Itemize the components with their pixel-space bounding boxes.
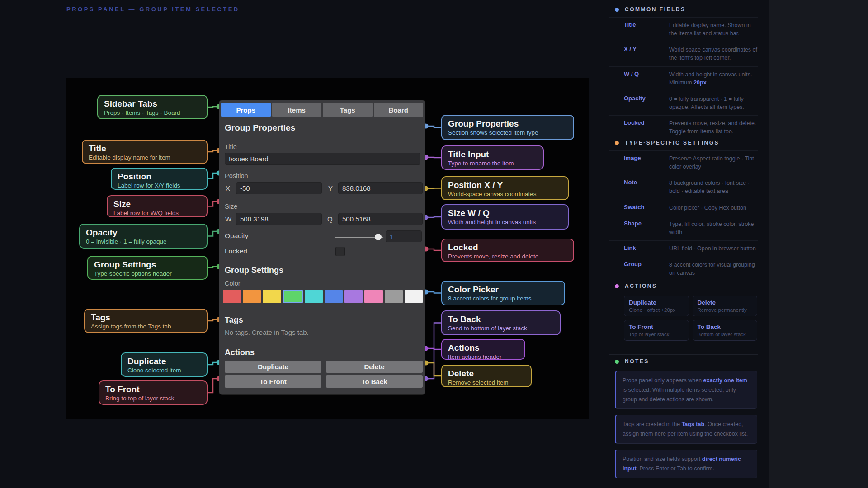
w-axis-label: W [225,215,231,223]
card-title: Duplicate [629,299,684,306]
callout-subtitle: Width and height in canvas units [448,218,562,226]
to-back-button[interactable]: To Back [326,375,423,388]
y-input[interactable] [338,182,423,194]
callout-opacity: Opacity0 = invisible · 1 = fully opaque [79,224,208,249]
to-front-button[interactable]: To Front [225,375,321,388]
callout-group-properties: Group PropertiesSection shows selected i… [441,115,574,140]
field-row-opacity: Opacity0 = fully transparent · 1 = fully… [609,91,758,115]
callout-sidebar-tabs: Sidebar TabsProps · Items · Tags · Board [97,95,208,119]
note-box: Props panel only appears when exactly on… [615,371,757,409]
callout-title: To Front [105,384,201,394]
color-swatch-3[interactable] [283,290,303,303]
position-label: Position [225,172,248,179]
callout-subtitle: Type to rename the item [448,160,537,167]
field-desc: Prevents move, resize, and delete. Toggl… [669,119,760,136]
callout-title: Group Properties [448,118,567,129]
callout-title: Tags [91,312,201,323]
callout-subtitle: 0 = invisible · 1 = fully opaque [86,238,201,245]
tab-board[interactable]: Board [374,103,424,117]
color-swatch-8[interactable] [385,290,403,303]
color-swatch-2[interactable] [263,290,281,303]
callout-title: Position [118,171,201,182]
callout-position-xy: Position X / YWorld-space canvas coordin… [441,176,569,200]
actions-title: Actions [225,348,255,357]
action-card-delete: DeleteRemove permanently [693,296,758,316]
callout-subtitle: Label row for X/Y fields [118,182,201,189]
field-term: Swatch [624,204,656,212]
q-input[interactable] [338,213,423,225]
field-term: Link [624,244,656,253]
tags-title: Tags [225,315,243,325]
field-desc: Preserve Aspect ratio toggle · Tint colo… [669,155,760,171]
color-swatch-1[interactable] [243,290,261,303]
callout-title: Sidebar Tabs [104,99,201,109]
card-subtitle: Remove permanently [698,307,753,313]
callout-subtitle: Send to bottom of layer stack [448,324,554,332]
field-row-group: Group8 accent colors for visual grouping… [609,257,758,281]
field-row-link: LinkURL field · Open in browser button [609,240,758,257]
field-row-swatch: SwatchColor picker · Copy Hex button [609,200,758,216]
callout-color-picker: Color Picker8 accent colors for group it… [441,281,565,305]
callout-subtitle: Assign tags from the Tags tab [91,323,201,330]
section-dot-icon [615,360,619,364]
field-row-note: Note8 background colors · font size · bo… [609,175,758,199]
callout-subtitle: Remove selected item [448,379,525,386]
action-buttons: DuplicateDeleteTo FrontTo Back [225,361,423,388]
field-desc: Type, fill color, stroke color, stroke w… [669,220,760,236]
section-dot-icon [615,141,619,145]
delete-button[interactable]: Delete [326,361,423,373]
opacity-slider-knob[interactable] [375,234,382,240]
title-field-label: Title [225,143,237,150]
sidebar-section-actions: ACTIONSDuplicateClone · offset +20pxDele… [609,279,758,341]
section-title: ACTIONS [625,283,657,289]
callout-title: Title [89,143,201,154]
sidebar-section-common-fields: COMMON FIELDSTitleEditable display name.… [609,3,758,140]
color-swatch-0[interactable] [223,290,241,303]
callout-title: Title Input [448,149,537,160]
action-card-to-front: To FrontTop of layer stack [624,320,689,341]
callout-title: To Back [448,314,554,324]
color-label: Color [225,280,241,287]
y-axis-label: Y [328,184,333,192]
duplicate-button[interactable]: Duplicate [225,361,321,373]
props-panel: PropsItemsTagsBoard Group Properties Tit… [219,100,425,394]
section-title: NOTES [625,358,649,365]
callout-size: SizeLabel row for W/Q fields [107,195,208,217]
x-axis-label: X [226,184,230,192]
callout-title: Opacity [86,227,201,238]
field-term: Shape [624,220,656,236]
section-header: COMMON FIELDS [609,3,758,17]
callout-group-settings: Group SettingsType-specific options head… [87,256,208,280]
callout-to-back: To BackSend to bottom of layer stack [441,310,561,335]
color-swatch-9[interactable] [405,290,423,303]
w-input[interactable] [236,213,322,225]
section-dot-icon [615,284,619,288]
callout-subtitle: Label row for W/Q fields [113,209,201,217]
field-desc: Editable display name. Shown in the Item… [669,21,760,38]
field-desc: Color picker · Copy Hex button [669,204,760,212]
panel-tabs: PropsItemsTagsBoard [221,103,423,117]
x-input[interactable] [236,182,322,194]
color-swatch-4[interactable] [305,290,323,303]
tab-items[interactable]: Items [272,103,322,117]
field-desc: 8 background colors · font size · bold ·… [669,179,760,195]
color-swatch-5[interactable] [325,290,343,303]
field-desc: Width and height in canvas units. Minimu… [669,70,760,87]
callout-title: TitleEditable display name for item [82,140,208,164]
callout-title: Color Picker [448,284,558,295]
title-input[interactable] [225,153,420,165]
card-title: To Front [629,324,684,330]
color-swatch-row [223,290,423,303]
tab-props[interactable]: Props [221,103,271,117]
callout-to-front: To FrontBring to top of layer stack [99,380,208,405]
field-term: Note [624,179,656,195]
color-swatch-6[interactable] [344,290,363,303]
callout-title: Duplicate [127,356,201,366]
tab-tags[interactable]: Tags [323,103,373,117]
callout-subtitle: Props · Items · Tags · Board [104,109,201,117]
color-swatch-7[interactable] [364,290,382,303]
callout-title: Delete [448,368,525,379]
opacity-input[interactable] [386,230,422,242]
locked-checkbox[interactable] [335,247,345,256]
field-desc: World-space canvas coordinates of the it… [669,46,760,62]
